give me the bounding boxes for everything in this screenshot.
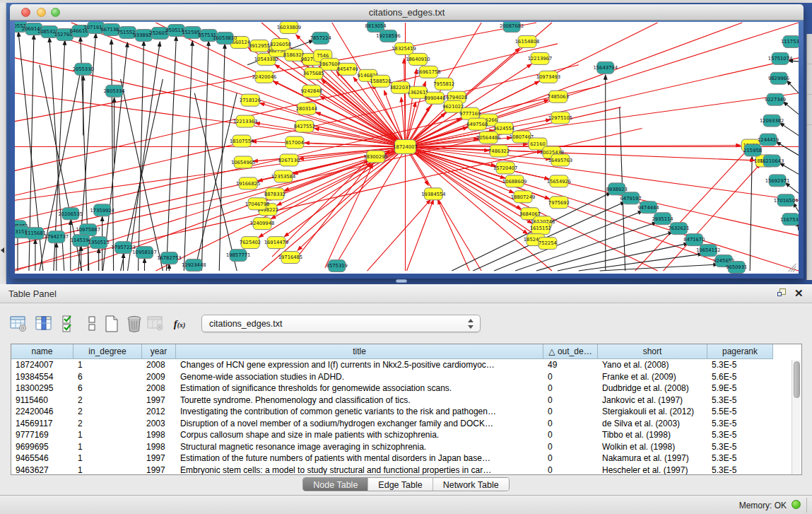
table-selector-dropdown[interactable]: citations_edges.txt: [201, 315, 481, 332]
network-graph[interactable]: 1872400718300295160338091832541916154808…: [15, 22, 799, 274]
graph-node[interactable]: 6497568: [466, 118, 488, 130]
column-header[interactable]: in_degree: [73, 344, 142, 359]
delete-column-icon[interactable]: [124, 314, 144, 334]
graph-node[interactable]: 16961758: [416, 66, 440, 78]
panel-splitter-handle[interactable]: [396, 279, 407, 283]
table-row[interactable]: 1872400712008Changes of HCN gene express…: [11, 359, 773, 371]
scrollbar-thumb[interactable]: [794, 361, 800, 398]
network-canvas[interactable]: 1872400718300295160338091832541916154808…: [15, 22, 799, 274]
graph-node[interactable]: 1117534: [781, 35, 799, 47]
graph-node[interactable]: 10958107: [132, 247, 156, 259]
table-row[interactable]: 911546021997Tourette syndrome. Phenomeno…: [11, 395, 773, 407]
graph-node[interactable]: 7857224: [310, 32, 331, 44]
graph-node[interactable]: 18807249: [511, 191, 535, 203]
table-row[interactable]: 969969511998Structural magnetic resonanc…: [11, 441, 773, 453]
graph-node[interactable]: 10654965: [231, 156, 255, 168]
column-header[interactable]: title: [176, 344, 543, 359]
graph-node[interactable]: 20087682: [500, 22, 524, 32]
graph-node[interactable]: 15720407: [493, 162, 517, 174]
graph-node[interactable]: 19384554: [421, 188, 445, 200]
graph-node[interactable]: 7975692: [548, 197, 570, 209]
graph-node[interactable]: 7486322: [488, 145, 510, 157]
column-header[interactable]: pagerank: [707, 344, 773, 359]
graph-node[interactable]: 9242848: [301, 85, 322, 97]
graph-node[interactable]: 17359924: [90, 204, 114, 216]
graph-node[interactable]: 19857771: [226, 250, 250, 262]
graph-node[interactable]: 16495763: [548, 154, 572, 166]
graph-node[interactable]: 12213967: [528, 52, 552, 64]
graph-node[interactable]: 2055330: [73, 63, 94, 75]
tab-network-table[interactable]: Network Table: [433, 478, 509, 491]
graph-node[interactable]: 9227349: [765, 93, 786, 105]
graph-node[interactable]: 7625402: [240, 237, 261, 249]
graph-node[interactable]: 17046798: [245, 198, 269, 210]
graph-node[interactable]: 9829966: [768, 72, 789, 84]
graph-node[interactable]: 7955812: [433, 78, 454, 90]
row-height-icon[interactable]: [82, 314, 102, 334]
graph-node[interactable]: 8878332: [264, 188, 286, 200]
graph-node[interactable]: 18300295: [363, 151, 387, 163]
graph-node[interactable]: 12353584: [271, 170, 295, 182]
left-panel-splitter[interactable]: [0, 3, 6, 284]
graph-node[interactable]: 9650931: [726, 262, 747, 274]
graph-node[interactable]: 8471670: [683, 234, 705, 246]
column-header[interactable]: year: [142, 344, 176, 359]
float-panel-icon[interactable]: [777, 288, 787, 298]
table-row[interactable]: 1830029562008Estimation of significance …: [11, 382, 773, 395]
column-visibility-icon[interactable]: [59, 314, 79, 334]
graph-node[interactable]: 2805334: [104, 85, 125, 97]
tab-node-table[interactable]: Node Table: [303, 478, 368, 491]
graph-node[interactable]: 12975105: [548, 112, 572, 124]
graph-node[interactable]: 18640910: [406, 53, 430, 65]
graph-node[interactable]: 1588520: [370, 75, 392, 87]
graph-node[interactable]: 19716485: [278, 252, 302, 264]
graph-node[interactable]: 2935114: [652, 213, 673, 225]
graph-node[interactable]: 8427552: [294, 120, 315, 132]
close-panel-icon[interactable]: ✕: [794, 287, 804, 300]
graph-node[interactable]: 16914479: [264, 237, 288, 249]
graph-node[interactable]: 2718126: [240, 94, 261, 106]
graph-node[interactable]: 17942737: [45, 231, 69, 243]
graph-node[interactable]: 1115681: [25, 228, 46, 240]
graph-node[interactable]: 215958: [743, 144, 762, 156]
graph-node[interactable]: 15692971: [765, 175, 789, 187]
graph-node[interactable]: 15654926: [547, 175, 571, 187]
graph-node[interactable]: 8912955: [249, 40, 270, 52]
graph-node[interactable]: 18325419: [392, 42, 416, 54]
network-view-window[interactable]: citations_edges.txt 18724007183002951603…: [10, 4, 804, 279]
graph-node[interactable]: 8575319: [326, 260, 348, 272]
graph-node[interactable]: 22420046: [252, 71, 276, 83]
graph-node[interactable]: 1350515: [88, 237, 110, 249]
table-vertical-scrollbar[interactable]: [792, 360, 801, 474]
graph-node[interactable]: 8226058: [270, 38, 291, 50]
graph-node[interactable]: 817004: [286, 136, 304, 148]
graph-node[interactable]: 19166825: [236, 177, 260, 189]
new-column-icon[interactable]: [102, 314, 122, 334]
graph-node[interactable]: 10688609: [502, 175, 526, 187]
graph-node[interactable]: 8990448: [424, 92, 445, 104]
table-row[interactable]: 946362711997Embryonic stem cells: a mode…: [11, 465, 773, 476]
graph-node[interactable]: 16154808: [515, 35, 539, 47]
graph-node[interactable]: 3822037: [389, 81, 411, 93]
table-row[interactable]: 977716911998Corpus callosum shape and si…: [11, 429, 773, 441]
graph-node[interactable]: 9474444: [638, 201, 659, 214]
graph-node[interactable]: 12213363: [233, 115, 257, 127]
graph-node[interactable]: 1615152: [530, 223, 551, 235]
graph-node[interactable]: 18724007: [393, 140, 417, 154]
graph-node[interactable]: 8454749: [337, 63, 358, 75]
column-header[interactable]: △ out_de…: [543, 344, 598, 359]
function-builder-icon[interactable]: f(x): [170, 314, 189, 334]
graph-node[interactable]: 8267130: [278, 154, 300, 166]
table-row[interactable]: 1938455462009Genome-wide association stu…: [11, 371, 773, 383]
network-window-titlebar[interactable]: citations_edges.txt: [10, 4, 804, 21]
graph-node[interactable]: 752254: [539, 238, 557, 250]
graph-node[interactable]: 12923448: [182, 259, 206, 271]
graph-node[interactable]: 18107554: [230, 135, 254, 147]
column-header[interactable]: name: [11, 344, 73, 359]
graph-node[interactable]: 15643794: [594, 62, 618, 74]
graph-node[interactable]: 7485063: [548, 90, 569, 103]
graph-node[interactable]: 6479197: [620, 192, 642, 204]
graph-node[interactable]: 12409948: [250, 218, 274, 230]
column-select-icon[interactable]: [34, 314, 54, 334]
graph-node[interactable]: 1244419: [758, 134, 779, 146]
